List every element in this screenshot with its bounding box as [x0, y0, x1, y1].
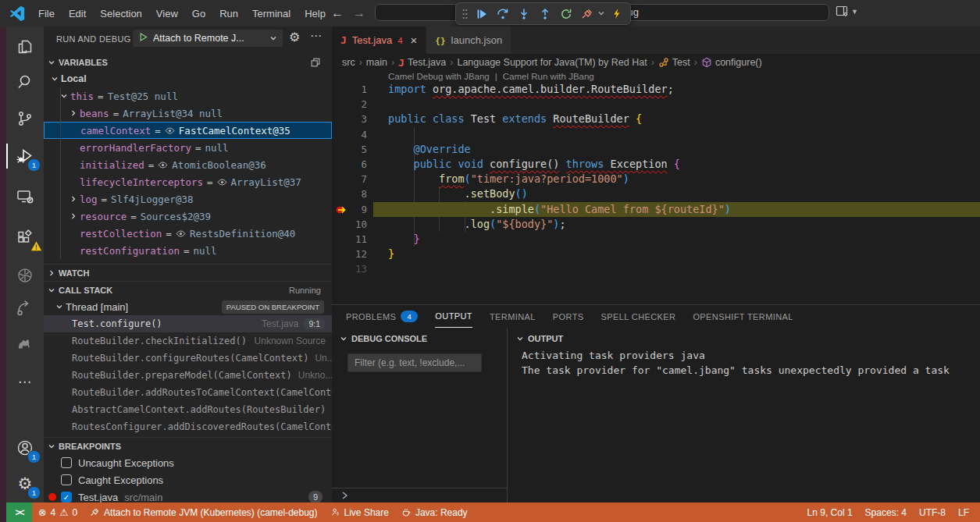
codelens-link[interactable]: Camel Debug with JBang — [388, 72, 490, 81]
code-line-9[interactable]: 9 .simple("Hello Camel from ${routeId}") — [332, 202, 980, 217]
stack-frame-row[interactable]: AbstractCamelContext.addRoutes(RoutesBui… — [44, 401, 332, 418]
activity-item-run-and-debug[interactable]: 1 — [6, 138, 44, 174]
stack-frame-row[interactable]: RouteBuilder.prepareModel(CamelContext)U… — [44, 367, 332, 384]
customize-layout-button[interactable]: ▼ — [836, 5, 858, 19]
close-icon[interactable]: × — [411, 34, 418, 46]
activity-item-search[interactable] — [6, 64, 44, 100]
variables-section-header[interactable]: VARIABLES — [44, 55, 332, 70]
line-number[interactable]: 1 — [332, 82, 367, 97]
continue-button[interactable] — [472, 5, 491, 23]
debug-settings-gear-icon[interactable]: ⚙ — [289, 30, 300, 44]
start-debug-icon[interactable] — [138, 31, 148, 45]
breadcrumb-item[interactable]: main — [366, 57, 387, 68]
line-number[interactable]: 10 — [332, 217, 367, 232]
variable-row-Local[interactable]: Local — [44, 70, 332, 87]
breakpoint-checkbox[interactable] — [61, 474, 72, 485]
code-line-6[interactable]: 6 public void configure() throws Excepti… — [332, 157, 980, 172]
encoding-setting[interactable]: UTF-8 — [913, 502, 952, 522]
call-stack-section-header[interactable]: CALL STACK Running — [44, 281, 332, 298]
menu-file[interactable]: File — [31, 0, 62, 27]
cursor-position[interactable]: Ln 9, Col 1 — [801, 502, 859, 522]
breakpoint-row[interactable]: ✓Test.javasrc/main9 — [44, 488, 332, 502]
code-line-8[interactable]: 8 .setBody() — [332, 186, 980, 201]
restart-button[interactable] — [557, 5, 576, 23]
code-line-4[interactable]: 4 — [332, 127, 980, 142]
stack-frame-row[interactable]: RouteBuilder.configureRoutes(CamelContex… — [44, 350, 332, 367]
code-line-2[interactable]: 2 — [332, 97, 980, 112]
line-number[interactable]: 12 — [332, 247, 367, 261]
activity-item-camel[interactable] — [6, 325, 44, 361]
debug-session-status[interactable]: Attach to Remote JVM (Kubernetes) (camel… — [84, 502, 323, 522]
code-line-3[interactable]: 3public class Test extends RouteBuilder … — [332, 112, 980, 126]
variable-row-errorHandlerFactory[interactable]: errorHandlerFactory=null — [44, 139, 332, 156]
java-status[interactable]: Java: Ready — [395, 502, 474, 522]
code-line-13[interactable]: 13 — [332, 261, 980, 276]
stack-frame-row[interactable]: Test.configure()Test.java9:1 — [44, 315, 332, 332]
menu-terminal[interactable]: Terminal — [245, 0, 298, 27]
eye-icon[interactable] — [176, 229, 186, 239]
breadcrumb-item[interactable]: Test — [658, 57, 690, 68]
pane-divider[interactable] — [507, 328, 508, 502]
menu-edit[interactable]: Edit — [62, 0, 93, 27]
line-number[interactable]: 3 — [332, 112, 367, 126]
variable-row-beans[interactable]: beans=ArrayList@34 null — [44, 105, 332, 122]
watch-section-header[interactable]: WATCH — [44, 264, 332, 281]
variable-row-resource[interactable]: resource=Sources$2@39 — [44, 208, 332, 225]
menu-go[interactable]: Go — [185, 0, 212, 27]
breakpoint-row[interactable]: Uncaught Exceptions — [44, 454, 332, 471]
panel-tab-problems[interactable]: PROBLEMS4 — [346, 306, 418, 328]
remote-indicator[interactable]: >< — [6, 502, 32, 522]
menu-help[interactable]: Help — [298, 0, 333, 27]
stack-frame-row[interactable]: RouteBuilder.addRoutesToCamelContext(Cam… — [44, 384, 332, 401]
panel-tab-output[interactable]: OUTPUT — [435, 306, 472, 328]
variable-row-log[interactable]: log=Slf4jLogger@38 — [44, 190, 332, 208]
menu-selection[interactable]: Selection — [93, 0, 148, 27]
variable-row-restConfiguration[interactable]: restConfiguration=null — [44, 242, 332, 259]
stack-frame-row[interactable]: RouteBuilder.checkInitialized()Unknown S… — [44, 332, 332, 350]
panel-tab-terminal[interactable]: TERMINAL — [490, 306, 536, 328]
step-out-button[interactable] — [536, 5, 554, 23]
debug-more-actions-icon[interactable]: ⋯ — [310, 29, 322, 43]
breakpoint-checkbox[interactable]: ✓ — [61, 492, 72, 502]
line-number[interactable]: 11 — [332, 232, 367, 247]
editor-tab-launch.json[interactable]: {}launch.json — [426, 27, 511, 54]
line-number[interactable]: 6 — [332, 157, 367, 172]
code-line-12[interactable]: 12} — [332, 247, 980, 261]
code-line-10[interactable]: 10 .log("${body}"); — [332, 217, 980, 232]
activity-item-settings[interactable]: ⚙1 — [6, 466, 44, 502]
chevron-down-icon[interactable] — [597, 9, 605, 19]
step-over-button[interactable] — [494, 5, 512, 23]
launch-configuration-dropdown[interactable]: Attach to Remote J... — [133, 30, 283, 47]
activity-item-kubernetes[interactable] — [6, 257, 44, 293]
activity-item-accounts[interactable]: 1 — [6, 430, 44, 466]
variable-row-lifecycleInterceptors[interactable]: lifecycleInterceptors=ArrayList@37 — [44, 173, 332, 190]
breadcrumb-item[interactable]: Language Support for Java(TM) by Red Hat — [457, 57, 647, 68]
debug-console-input[interactable] — [332, 488, 507, 503]
variable-row-this[interactable]: this=Test@25 null — [44, 87, 332, 105]
breakpoint-row[interactable]: Caught Exceptions — [44, 471, 332, 488]
menu-run[interactable]: Run — [212, 0, 245, 27]
activity-item-explorer[interactable] — [6, 29, 44, 65]
editor-tab-Test.java[interactable]: JTest.java4× — [332, 27, 426, 54]
variable-row-restCollection[interactable]: restCollection=RestsDefinition@40 — [44, 225, 332, 242]
eol-setting[interactable]: LF — [952, 502, 975, 522]
debug-console-filter-input[interactable] — [347, 353, 482, 372]
activity-item-source-control[interactable] — [6, 101, 44, 137]
live-share-status[interactable]: Live Share — [324, 502, 395, 522]
line-number[interactable]: 9 — [332, 202, 367, 217]
navigate-forward-button[interactable]: → — [353, 0, 365, 27]
breadcrumb-item[interactable]: src — [342, 57, 355, 68]
line-number[interactable]: 7 — [332, 172, 367, 186]
thread-row[interactable]: Thread [main] PAUSED ON BREAKPOINT — [44, 298, 332, 315]
line-number[interactable]: 4 — [332, 127, 367, 142]
panel-tab-ports[interactable]: PORTS — [553, 306, 584, 328]
line-number[interactable]: 13 — [332, 261, 367, 276]
eye-icon[interactable] — [217, 177, 227, 187]
panel-tab-spell-checker[interactable]: SPELL CHECKER — [601, 306, 676, 328]
eye-icon[interactable] — [158, 160, 168, 170]
navigate-back-button[interactable]: ← — [331, 0, 344, 27]
disconnect-button[interactable] — [578, 5, 597, 23]
eye-icon[interactable] — [165, 126, 175, 136]
code-line-7[interactable]: 7 from("timer:java?period=1000") — [332, 172, 980, 186]
variable-row-camelContext[interactable]: camelContext=FastCamelContext@35 — [44, 122, 332, 139]
